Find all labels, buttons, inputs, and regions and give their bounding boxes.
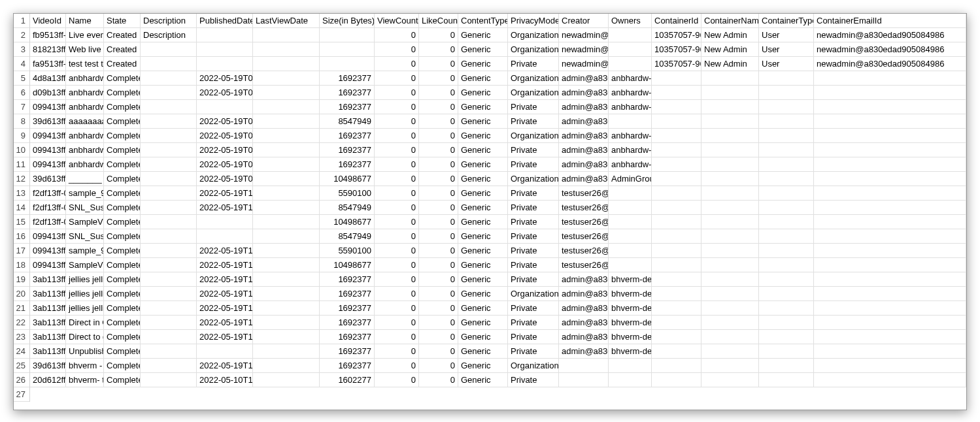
cell[interactable]: 0 xyxy=(419,143,458,157)
cell[interactable]: newadmin@a830edad905084986 xyxy=(814,28,966,42)
row-number[interactable]: 2 xyxy=(14,28,29,42)
cell[interactable]: 0 xyxy=(419,287,458,300)
row-number[interactable]: 23 xyxy=(14,330,29,344)
cell[interactable]: 39d613ff-4 xyxy=(30,114,66,128)
cell[interactable] xyxy=(759,301,814,315)
cell[interactable] xyxy=(652,258,701,272)
cell[interactable]: 0 xyxy=(375,373,419,387)
cell[interactable]: User xyxy=(759,42,814,56)
cell[interactable] xyxy=(814,229,966,243)
column-header[interactable]: Owners xyxy=(609,14,652,27)
table-row[interactable]: 3ab113ff-(jellies jelliCompleted2022-05-… xyxy=(30,272,966,287)
cell[interactable] xyxy=(197,229,253,243)
cell[interactable]: admin@a830e xyxy=(559,301,609,315)
cell[interactable]: Private xyxy=(508,143,559,157)
cell[interactable]: 2022-05-19T06:56:39.5217142 xyxy=(197,71,253,85)
cell[interactable] xyxy=(197,344,253,358)
cell[interactable]: 10357057-96f xyxy=(652,42,701,56)
cell[interactable]: 0 xyxy=(419,129,458,142)
cell[interactable]: d09b13ff- xyxy=(30,86,66,99)
cell[interactable]: New Admin xyxy=(701,42,759,56)
cell[interactable] xyxy=(253,100,320,114)
cell[interactable]: 2022-05-19T10:20:38.4614687 xyxy=(197,201,253,214)
cell[interactable]: sample_9( xyxy=(66,244,104,257)
cell[interactable]: anbhardw xyxy=(66,86,104,99)
column-header[interactable]: State xyxy=(104,14,141,27)
cell[interactable]: admin@a830e xyxy=(559,86,609,99)
cell[interactable]: 2022-05-19T09:24:54.5274103 xyxy=(197,114,253,128)
table-row[interactable]: 818213ff-4Web live eCreated00GenericOrga… xyxy=(30,42,966,57)
cell[interactable]: admin@a830e xyxy=(559,100,609,114)
cell[interactable]: Generic xyxy=(458,287,508,300)
table-row[interactable]: fa9513ff-(test test tCreated00GenericPri… xyxy=(30,57,966,71)
cell[interactable]: Completed xyxy=(104,129,141,142)
cell[interactable] xyxy=(253,57,320,71)
cell[interactable] xyxy=(141,272,197,286)
cell[interactable]: 3ab113ff-( xyxy=(30,287,66,300)
cell[interactable] xyxy=(253,301,320,315)
cell[interactable]: Private xyxy=(508,244,559,257)
cell[interactable] xyxy=(814,344,966,358)
cell[interactable] xyxy=(701,301,759,315)
cell[interactable]: 39d613ff-4 xyxy=(30,172,66,186)
column-header[interactable]: PublishedDate xyxy=(197,14,253,27)
row-number[interactable]: 3 xyxy=(14,42,29,57)
cell[interactable] xyxy=(197,100,253,114)
cell[interactable] xyxy=(253,86,320,99)
cell[interactable]: New Admin xyxy=(701,28,759,42)
cell[interactable]: 5590100 xyxy=(320,186,375,200)
cell[interactable]: anbhardw-grp1@a830edad9050849863E2203300… xyxy=(609,71,652,85)
cell[interactable]: admin@a830e xyxy=(559,157,609,171)
cell[interactable]: Private xyxy=(508,272,559,286)
cell[interactable]: 2022-05-19T10:41:02.8115154 xyxy=(197,244,253,257)
cell[interactable]: Private xyxy=(508,301,559,315)
row-number[interactable]: 11 xyxy=(14,157,29,172)
cell[interactable]: 0 xyxy=(419,359,458,372)
cell[interactable]: User xyxy=(759,57,814,71)
cell[interactable]: Private xyxy=(508,114,559,128)
cell[interactable]: 0 xyxy=(375,359,419,372)
cell[interactable] xyxy=(609,215,652,229)
cell[interactable]: 0 xyxy=(419,215,458,229)
cell[interactable]: 2022-05-19T11:50:11.3417175 xyxy=(197,301,253,315)
row-number[interactable]: 24 xyxy=(14,344,29,359)
row-number[interactable]: 25 xyxy=(14,359,29,373)
cell[interactable]: bhverm - t xyxy=(66,359,104,372)
cell[interactable]: Organization xyxy=(508,287,559,300)
cell[interactable] xyxy=(652,86,701,99)
cell[interactable]: Private xyxy=(508,100,559,114)
cell[interactable] xyxy=(253,344,320,358)
cell[interactable]: Private xyxy=(508,57,559,71)
cell[interactable]: 1692377 xyxy=(320,157,375,171)
column-header[interactable]: Size(in Bytes) xyxy=(320,14,375,27)
cell[interactable] xyxy=(814,373,966,387)
column-header[interactable]: ContainerEmailId xyxy=(814,14,966,27)
cell[interactable] xyxy=(759,373,814,387)
table-row[interactable]: 3ab113ff-(Direct in GCompleted2022-05-19… xyxy=(30,316,966,330)
cell[interactable]: 10357057-96f xyxy=(652,28,701,42)
cell[interactable] xyxy=(609,244,652,257)
cell[interactable] xyxy=(609,229,652,243)
cell[interactable]: Organization xyxy=(508,359,559,372)
cell[interactable]: 099413ff-4 xyxy=(30,129,66,142)
cell[interactable]: 8547949 xyxy=(320,201,375,214)
cell[interactable]: anbhardw-grp-3@a830edad9050849863E220330… xyxy=(609,100,652,114)
row-number[interactable]: 10 xyxy=(14,143,29,157)
cell[interactable]: Completed xyxy=(104,100,141,114)
cell[interactable]: 0 xyxy=(419,229,458,243)
cell[interactable] xyxy=(759,316,814,329)
cell[interactable]: 2022-05-19T11:51:02.4921573 xyxy=(197,316,253,329)
cell[interactable]: Completed xyxy=(104,86,141,99)
cell[interactable]: 0 xyxy=(419,201,458,214)
cell[interactable] xyxy=(609,57,652,71)
cell[interactable]: Description xyxy=(141,28,197,42)
cell[interactable]: Generic xyxy=(458,359,508,372)
cell[interactable]: 0 xyxy=(419,244,458,257)
cell[interactable] xyxy=(701,172,759,186)
cell[interactable]: 0 xyxy=(419,42,458,56)
cell[interactable] xyxy=(652,344,701,358)
cell[interactable]: 0 xyxy=(375,57,419,71)
cell[interactable]: 0 xyxy=(419,186,458,200)
cell[interactable]: Generic xyxy=(458,71,508,85)
cell[interactable]: admin@a830e xyxy=(559,143,609,157)
